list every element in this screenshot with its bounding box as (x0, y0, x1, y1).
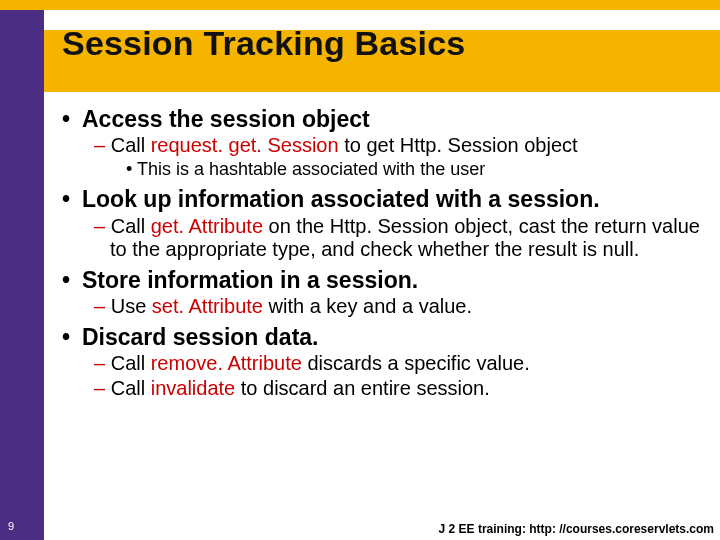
bullet-1-discard: •Discard session data. (62, 324, 702, 350)
bullet-text: Access the session object (82, 106, 370, 132)
t: with a key and a value. (263, 295, 472, 317)
bullet-2-removeattribute: – Call remove. Attribute discards a spec… (94, 352, 702, 375)
bullet-2-getsession: – Call request. get. Session to get Http… (94, 134, 702, 157)
left-bar (0, 0, 44, 540)
bullet-1-store: •Store information in a session. (62, 267, 702, 293)
code-ref: set. Attribute (152, 295, 263, 317)
slide: Session Tracking Basics •Access the sess… (0, 0, 720, 540)
t: Use (111, 295, 152, 317)
bullet-1-access: •Access the session object (62, 106, 702, 132)
bullet-2-invalidate: – Call invalidate to discard an entire s… (94, 377, 702, 400)
top-stripe (0, 0, 720, 10)
bullet-text: Look up information associated with a se… (82, 186, 600, 212)
t: Call (111, 215, 151, 237)
t: This is a hashtable associated with the … (137, 159, 485, 179)
t: Call (111, 134, 151, 156)
bullet-text: Store information in a session. (82, 267, 418, 293)
bullet-text: Discard session data. (82, 324, 319, 350)
t: discards a specific value. (302, 352, 530, 374)
footer-training-link: J 2 EE training: http: //courses.coreser… (439, 522, 714, 536)
t: to discard an entire session. (235, 377, 490, 399)
bullet-2-setattribute: – Use set. Attribute with a key and a va… (94, 295, 702, 318)
slide-title: Session Tracking Basics (62, 24, 465, 63)
code-ref: request. get. Session (151, 134, 339, 156)
bullet-1-lookup: •Look up information associated with a s… (62, 186, 702, 212)
t: to get Http. Session object (339, 134, 578, 156)
code-ref: remove. Attribute (151, 352, 302, 374)
content: •Access the session object – Call reques… (62, 100, 702, 400)
bullet-2-getattribute: – Call get. Attribute on the Http. Sessi… (94, 215, 702, 261)
code-ref: get. Attribute (151, 215, 263, 237)
page-number: 9 (8, 520, 14, 532)
bullet-3-hashtable: • This is a hashtable associated with th… (126, 159, 702, 180)
code-ref: invalidate (151, 377, 236, 399)
t: Call (111, 352, 151, 374)
t: Call (111, 377, 151, 399)
